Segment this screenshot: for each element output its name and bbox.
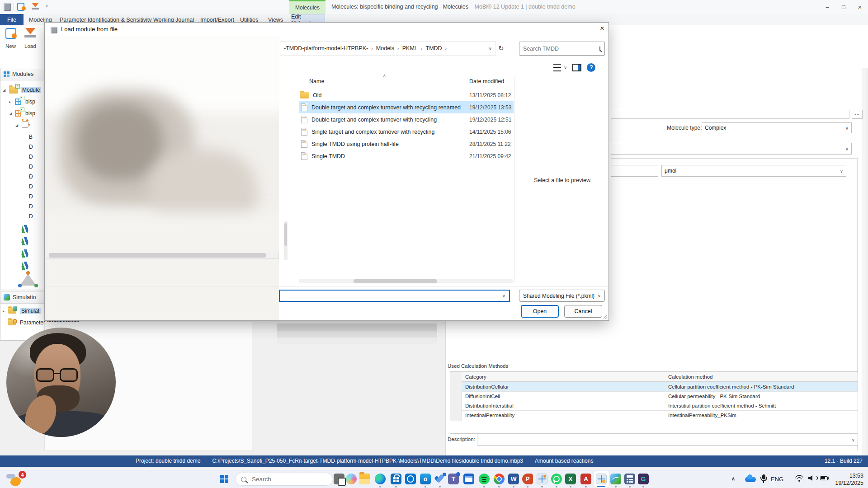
tray-expand-icon[interactable]: ∧ — [731, 476, 735, 482]
acrobat-icon[interactable]: A — [580, 474, 591, 484]
close-button[interactable]: × — [852, 0, 868, 14]
breadcrumb-prefix[interactable]: -TMDD-platform-model-HTPBPK- — [284, 45, 368, 52]
calendar-app-icon[interactable] — [463, 474, 474, 484]
ribbon-load-icon[interactable] — [25, 28, 35, 34]
outlook-icon[interactable]: o — [420, 474, 431, 484]
gitkraken-icon[interactable]: G — [638, 474, 649, 484]
name-field[interactable] — [611, 110, 849, 119]
wide-select[interactable]: ∨ — [611, 143, 852, 155]
dialog-search[interactable] — [519, 42, 605, 56]
calc-row[interactable]: DiffusionIntCell Cellular permeability -… — [462, 391, 858, 401]
resize-grip[interactable] — [603, 314, 607, 319]
tree-leaf[interactable]: D — [29, 203, 33, 210]
spotify-icon[interactable] — [479, 474, 490, 484]
tree-expander[interactable]: ▸ — [3, 309, 5, 313]
start-button[interactable] — [220, 475, 228, 483]
splitter[interactable] — [252, 322, 255, 450]
dell-icon[interactable] — [405, 474, 416, 484]
todo-icon[interactable] — [434, 474, 445, 484]
filetype-select[interactable]: Shared Modeling File (*.pkml) ∨ — [519, 290, 605, 302]
document-tab-molecules[interactable]: Molecules — [289, 0, 326, 14]
qat-load-icon[interactable] — [32, 3, 39, 7]
tree-leaf[interactable]: B — [29, 134, 33, 140]
battery-icon[interactable] — [820, 476, 828, 480]
more-button[interactable]: ... — [852, 110, 863, 119]
tree-expander[interactable]: ◢ — [3, 88, 5, 92]
tree-leaf[interactable]: D — [29, 183, 33, 190]
dialog-close-icon[interactable]: × — [600, 24, 604, 33]
tree-expander[interactable]: ◢ — [15, 123, 18, 127]
modules-panel-header[interactable]: Modules — [0, 68, 44, 80]
value-input[interactable] — [611, 165, 658, 177]
calc-col-method[interactable]: Calculation method — [665, 374, 712, 380]
pksim-icon[interactable] — [537, 474, 547, 484]
list-horizontal-scrollbar[interactable] — [299, 279, 513, 283]
copilot-icon[interactable] — [346, 474, 357, 484]
file-explorer-icon[interactable] — [359, 474, 370, 484]
molecule-type-select[interactable]: Complex ∨ — [702, 122, 852, 133]
file-row[interactable]: Double target and complex turnover with … — [299, 113, 514, 126]
file-row-selected[interactable]: Double target and complex turnover with … — [299, 101, 514, 113]
calculator-icon[interactable] — [624, 474, 635, 484]
column-header-date[interactable]: Date modified — [469, 78, 504, 84]
microsoft-store-icon[interactable] — [391, 474, 401, 484]
tree-leaf[interactable]: D — [29, 213, 33, 220]
ribbon-new-label[interactable]: New — [5, 43, 16, 49]
filename-combo[interactable]: ∨ — [279, 290, 510, 302]
preview-pane-icon[interactable] — [572, 64, 581, 71]
calc-col-category[interactable]: Category — [462, 374, 665, 380]
file-row-folder[interactable]: Old 13/11/2025 08:12 — [299, 89, 514, 101]
excel-icon[interactable]: X — [565, 474, 576, 484]
open-button[interactable]: Open — [521, 305, 559, 318]
view-dropdown-icon[interactable]: ∨ — [564, 65, 567, 70]
description-input[interactable]: ∨ — [477, 434, 858, 446]
nav-horizontal-scrollbar[interactable] — [46, 252, 279, 259]
tree-leaf[interactable]: D — [29, 144, 33, 150]
task-view-icon[interactable] — [334, 474, 344, 484]
mobi-icon[interactable] — [596, 474, 607, 484]
tree-module-bispecific-2[interactable]: bisp — [25, 110, 35, 117]
unit-select[interactable]: μmol ∨ — [661, 165, 846, 177]
language-indicator[interactable]: ENG — [771, 476, 783, 483]
edge-icon[interactable] — [375, 474, 386, 484]
tree-module-bispecific-1[interactable]: bisp — [25, 99, 35, 105]
pksim-green-icon[interactable] — [610, 474, 621, 484]
file-row[interactable]: Single TMDD 21/11/2025 09:42 — [299, 150, 514, 162]
window-scrollbar[interactable] — [862, 68, 866, 455]
refresh-icon[interactable]: ↻ — [498, 44, 504, 52]
breadcrumb-tmdd[interactable]: TMDD — [426, 45, 442, 52]
clock[interactable]: 13:53 19/12/2025 — [831, 472, 863, 487]
tree-expander[interactable]: ▸ — [9, 100, 11, 104]
calc-row[interactable]: DistributionInterstitial Interstitial pa… — [462, 401, 858, 411]
file-row[interactable]: Single TMDD using protein half-life 28/1… — [299, 138, 514, 150]
whatsapp-icon[interactable] — [551, 474, 562, 484]
powerpoint-icon[interactable]: P — [522, 474, 533, 484]
breadcrumb-dropdown-icon[interactable]: ∨ — [489, 46, 492, 51]
qat-more-icon[interactable]: ∨ — [45, 4, 48, 8]
file-row[interactable]: Single target and complex turnover with … — [299, 126, 514, 138]
minimize-button[interactable]: – — [819, 0, 835, 14]
tree-leaf[interactable]: D — [29, 154, 33, 160]
chrome-icon[interactable] — [494, 474, 505, 484]
wifi-icon[interactable] — [795, 475, 804, 482]
tree-leaf[interactable]: D — [29, 193, 33, 200]
ribbon-load-label[interactable]: Load — [24, 43, 36, 49]
sort-ascending-icon[interactable]: ∧ — [383, 73, 386, 78]
nav-vertical-scrollbar[interactable] — [284, 221, 288, 260]
breadcrumb-models[interactable]: Models — [376, 45, 394, 52]
calc-row[interactable]: DistributionCellular Cellular partition … — [462, 382, 858, 392]
tree-simulations[interactable]: Simulat — [20, 308, 41, 314]
teams-icon[interactable]: T — [448, 474, 459, 484]
tree-leaf[interactable]: D — [29, 174, 33, 180]
tree-leaf[interactable]: D — [29, 164, 33, 170]
maximize-button[interactable]: □ — [835, 0, 852, 14]
word-icon[interactable]: W — [508, 474, 519, 484]
taskbar-search[interactable] — [235, 473, 333, 486]
simulation-panel-header[interactable]: Simulatio — [0, 291, 44, 304]
column-header-name[interactable]: Name — [309, 78, 324, 84]
help-icon[interactable]: ? — [587, 63, 595, 72]
list-view-icon[interactable] — [553, 64, 561, 71]
dialog-search-input[interactable] — [519, 46, 599, 52]
taskbar-search-input[interactable] — [251, 475, 316, 483]
tree-expander[interactable]: ◢ — [9, 112, 12, 116]
